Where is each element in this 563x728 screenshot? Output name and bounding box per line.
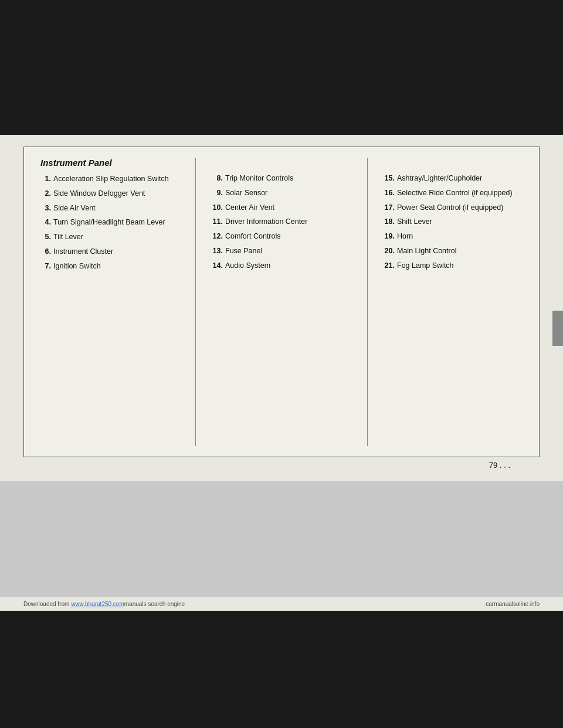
item-text: Main Light Control: [397, 246, 456, 257]
column-3: 15.Ashtray/Lighter/Cupholder16.Selective…: [368, 158, 539, 446]
list-item: 5.Tilt Lever: [30, 232, 189, 243]
list-item: 13.Fuse Panel: [202, 246, 361, 257]
item-number: 11.: [208, 216, 223, 227]
item-number: 18.: [379, 216, 395, 227]
item-number: 2.: [36, 188, 51, 199]
column-3-list: 15.Ashtray/Lighter/Cupholder16.Selective…: [374, 173, 533, 271]
list-item: 18.Shift Lever: [374, 216, 533, 227]
list-item: 16.Selective Ride Control (if equipped): [374, 188, 533, 199]
footer-link[interactable]: www.bharat250.com: [71, 601, 124, 607]
list-item: 7.Ignition Switch: [30, 261, 189, 272]
item-text: Fog Lamp Switch: [397, 260, 454, 271]
footer-left: Downloaded from www.bharat250.commanuals…: [23, 601, 185, 607]
item-number: 12.: [208, 231, 223, 242]
item-number: 3.: [36, 203, 51, 214]
item-text: Driver Information Center: [225, 216, 307, 227]
item-text: Solar Sensor: [225, 188, 267, 199]
item-text: Side Air Vent: [53, 203, 96, 214]
section-title: Instrument Panel: [30, 158, 189, 168]
column-2: 8.Trip Monitor Controls9.Solar Sensor10.…: [196, 158, 368, 446]
item-number: 8.: [208, 173, 223, 184]
item-text: Shift Lever: [397, 216, 432, 227]
item-text: Comfort Controls: [225, 231, 280, 242]
item-text: Horn: [397, 231, 413, 242]
list-item: 4.Turn Signal/Headlight Beam Lever: [30, 217, 189, 228]
page-number: 79 . . .: [23, 457, 540, 470]
item-text: Turn Signal/Headlight Beam Lever: [53, 217, 165, 228]
item-text: Audio System: [225, 260, 270, 271]
page-content: Instrument Panel 1.Acceleration Slip Reg…: [0, 135, 563, 481]
list-item: 6.Instrument Cluster: [30, 246, 189, 257]
item-number: 21.: [379, 260, 395, 271]
side-tab: [552, 311, 563, 346]
item-number: 10.: [208, 202, 223, 213]
top-black-bar: [0, 0, 563, 135]
list-item: 8.Trip Monitor Controls: [202, 173, 361, 184]
item-number: 13.: [208, 246, 223, 257]
column-1-list: 1.Acceleration Slip Regulation Switch2.S…: [30, 174, 189, 271]
item-text: Ashtray/Lighter/Cupholder: [397, 173, 482, 184]
list-item: 14.Audio System: [202, 260, 361, 271]
list-item: 20.Main Light Control: [374, 246, 533, 257]
list-item: 21.Fog Lamp Switch: [374, 260, 533, 271]
item-number: 20.: [379, 246, 395, 257]
item-text: Trip Monitor Controls: [225, 173, 293, 184]
list-item: 9.Solar Sensor: [202, 188, 361, 199]
footer-right-text: manuals search engine: [124, 601, 185, 607]
column-1: Instrument Panel 1.Acceleration Slip Reg…: [24, 158, 196, 446]
list-item: 2.Side Window Defogger Vent: [30, 188, 189, 199]
item-text: Acceleration Slip Regulation Switch: [53, 174, 169, 185]
item-text: Instrument Cluster: [53, 246, 113, 257]
list-item: 3.Side Air Vent: [30, 203, 189, 214]
item-number: 19.: [379, 231, 395, 242]
item-number: 17.: [379, 202, 395, 213]
footer-brand: carmanualsoline.info: [486, 601, 540, 607]
item-text: Power Seat Control (if equipped): [397, 202, 503, 213]
item-text: Ignition Switch: [53, 261, 101, 272]
list-item: 11.Driver Information Center: [202, 216, 361, 227]
list-item: 17.Power Seat Control (if equipped): [374, 202, 533, 213]
item-text: Selective Ride Control (if equipped): [397, 188, 513, 199]
item-number: 4.: [36, 217, 51, 228]
item-text: Side Window Defogger Vent: [53, 188, 145, 199]
item-text: Tilt Lever: [53, 232, 83, 243]
item-number: 7.: [36, 261, 51, 272]
content-box: Instrument Panel 1.Acceleration Slip Reg…: [23, 147, 540, 457]
item-number: 6.: [36, 246, 51, 257]
item-text: Center Air Vent: [225, 202, 274, 213]
item-number: 5.: [36, 232, 51, 243]
item-text: Fuse Panel: [225, 246, 262, 257]
footer-downloaded-text: Downloaded from: [23, 601, 71, 607]
list-item: 10.Center Air Vent: [202, 202, 361, 213]
bottom-black-bar: [0, 611, 563, 728]
column-2-list: 8.Trip Monitor Controls9.Solar Sensor10.…: [202, 173, 361, 271]
list-item: 15.Ashtray/Lighter/Cupholder: [374, 173, 533, 184]
list-item: 19.Horn: [374, 231, 533, 242]
list-item: 12.Comfort Controls: [202, 231, 361, 242]
list-item: 1.Acceleration Slip Regulation Switch: [30, 174, 189, 185]
footer: Downloaded from www.bharat250.commanuals…: [0, 597, 563, 611]
item-number: 9.: [208, 188, 223, 199]
item-number: 15.: [379, 173, 395, 184]
item-number: 16.: [379, 188, 395, 199]
item-number: 1.: [36, 174, 51, 185]
item-number: 14.: [208, 260, 223, 271]
